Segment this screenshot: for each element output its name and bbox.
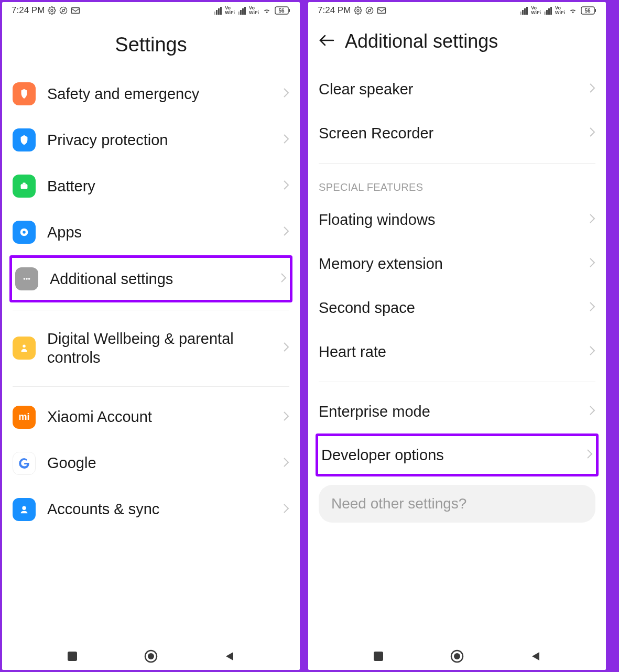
page-title: Settings xyxy=(13,18,289,71)
svg-point-20 xyxy=(357,9,359,12)
highlight-box: Additional settings xyxy=(9,255,292,302)
settings-item-accounts[interactable]: Accounts & sync xyxy=(13,486,289,533)
section-header: SPECIAL FEATURES xyxy=(319,171,595,198)
settings-item-privacy[interactable]: Privacy protection xyxy=(13,117,289,163)
item-developer-options[interactable]: Developer options xyxy=(319,436,595,474)
svg-point-14 xyxy=(23,345,26,348)
svg-point-21 xyxy=(366,7,373,14)
item-label: Second space xyxy=(319,298,585,317)
vowifi-icon: VoWiFi xyxy=(555,6,565,15)
settings-item-safety[interactable]: Safety and emergency xyxy=(13,71,289,117)
accounts-icon xyxy=(13,498,36,521)
svg-point-18 xyxy=(148,653,154,659)
svg-point-0 xyxy=(51,9,53,12)
settings-item-google[interactable]: Google xyxy=(13,440,289,486)
divider xyxy=(319,163,595,164)
nav-recents[interactable] xyxy=(373,651,384,662)
status-time: 7:24 PM xyxy=(12,5,45,16)
item-label: Apps xyxy=(47,223,279,242)
battery-icon: 56 xyxy=(581,6,596,15)
additional-icon xyxy=(15,267,38,290)
page-title: Additional settings xyxy=(345,30,498,52)
signal-icon xyxy=(214,7,222,15)
chevron-right-icon xyxy=(283,457,289,470)
svg-point-30 xyxy=(454,653,460,659)
privacy-icon xyxy=(13,128,36,151)
chevron-right-icon xyxy=(283,411,289,424)
item-heart-rate[interactable]: Heart rate xyxy=(319,330,595,374)
status-bar: 7:24 PM VoWiFi VoWiFi 56 xyxy=(308,2,606,18)
item-label: Battery xyxy=(47,177,279,196)
item-label: Accounts & sync xyxy=(47,500,279,518)
nav-back[interactable] xyxy=(224,651,235,662)
item-second-space[interactable]: Second space xyxy=(319,286,595,330)
back-button[interactable] xyxy=(319,34,334,49)
item-label: Screen Recorder xyxy=(319,124,585,143)
item-floating-windows[interactable]: Floating windows xyxy=(319,198,595,242)
settings-item-additional[interactable]: Additional settings xyxy=(13,258,289,300)
chevron-right-icon xyxy=(589,301,595,314)
item-screen-recorder[interactable]: Screen Recorder xyxy=(319,111,595,155)
wellbeing-icon xyxy=(13,337,36,360)
nav-recents[interactable] xyxy=(67,651,78,662)
svg-point-11 xyxy=(24,278,26,280)
settings-item-wellbeing[interactable]: Digital Wellbeing & parental controls xyxy=(13,318,289,379)
chevron-right-icon xyxy=(283,342,289,354)
signal-icon xyxy=(544,7,552,15)
compass-icon xyxy=(365,6,374,15)
svg-marker-31 xyxy=(532,652,539,660)
divider xyxy=(13,310,289,310)
item-clear-speaker[interactable]: Clear speaker xyxy=(319,67,595,111)
svg-marker-2 xyxy=(62,9,65,12)
gear-icon xyxy=(48,6,56,15)
phone-left: 7:24 PM VoWiFi VoWiFi 56 Settings Safety… xyxy=(2,2,300,670)
chevron-right-icon xyxy=(589,345,595,358)
svg-rect-16 xyxy=(68,652,77,661)
divider xyxy=(13,386,289,387)
signal-icon xyxy=(520,7,528,15)
settings-item-apps[interactable]: Apps xyxy=(13,209,289,255)
search-hint[interactable]: Need other settings? xyxy=(319,485,595,523)
chevron-right-icon xyxy=(283,503,289,516)
item-enterprise-mode[interactable]: Enterprise mode xyxy=(319,389,595,433)
svg-point-10 xyxy=(23,231,26,234)
chevron-right-icon xyxy=(589,127,595,139)
battery-icon: 56 xyxy=(275,6,290,15)
item-label: Digital Wellbeing & parental controls xyxy=(47,329,279,367)
chevron-right-icon xyxy=(587,449,593,461)
item-label: Floating windows xyxy=(319,210,585,229)
chevron-right-icon xyxy=(589,213,595,226)
chevron-right-icon xyxy=(589,405,595,418)
item-label: Clear speaker xyxy=(319,80,585,99)
safety-icon xyxy=(13,82,36,105)
nav-home[interactable] xyxy=(450,649,464,664)
divider xyxy=(319,382,595,382)
nav-bar xyxy=(308,640,606,670)
settings-item-battery[interactable]: Battery xyxy=(13,163,289,209)
item-label: Additional settings xyxy=(50,269,276,288)
gear-icon xyxy=(354,6,362,15)
xiaomi-icon: mi xyxy=(13,406,36,429)
svg-rect-8 xyxy=(23,183,26,185)
item-label: Xiaomi Account xyxy=(47,407,279,426)
settings-item-xiaomi[interactable]: mi Xiaomi Account xyxy=(13,394,289,440)
nav-home[interactable] xyxy=(144,649,158,664)
item-label: Privacy protection xyxy=(47,131,279,149)
wifi-icon xyxy=(262,7,272,14)
svg-marker-22 xyxy=(368,9,371,12)
google-icon xyxy=(13,452,36,475)
nav-back[interactable] xyxy=(530,651,541,662)
svg-rect-7 xyxy=(21,184,28,189)
chevron-right-icon xyxy=(283,180,289,192)
item-label: Safety and emergency xyxy=(47,84,279,103)
chevron-right-icon xyxy=(283,134,289,146)
svg-point-13 xyxy=(28,278,30,280)
chevron-right-icon xyxy=(589,83,595,95)
signal-icon xyxy=(238,7,246,15)
svg-rect-28 xyxy=(374,652,383,661)
battery-setting-icon xyxy=(13,175,36,198)
chevron-right-icon xyxy=(589,257,595,270)
item-memory-extension[interactable]: Memory extension xyxy=(319,242,595,286)
compass-icon xyxy=(59,6,68,15)
highlight-box: Developer options xyxy=(316,433,599,476)
